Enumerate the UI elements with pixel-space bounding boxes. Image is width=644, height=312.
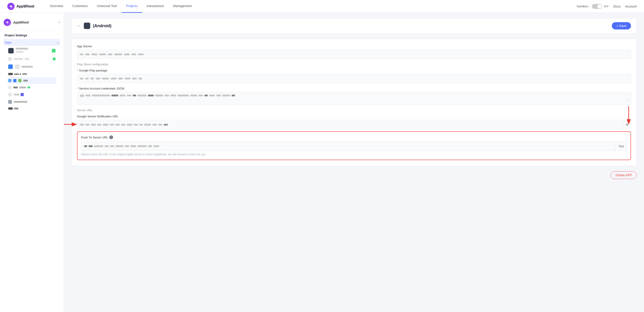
push-server-label: Push To Server URL ?: [81, 136, 627, 139]
topnav-right: Sandbox : OFF Docs Account: [577, 4, 637, 9]
app-icon: [8, 64, 13, 69]
info-icon[interactable]: ?: [110, 136, 113, 139]
nav-customers[interactable]: Customers: [68, 0, 92, 13]
logo-text: AppWheel: [16, 4, 34, 8]
push-server-hint: Please inform the URL of the original Ap…: [81, 153, 627, 156]
app-icon-2: [15, 64, 20, 69]
app-secret-label: App Secret: [77, 44, 631, 48]
service-account-input[interactable]: ⌟: [77, 92, 631, 105]
apps-chevron-icon: ▲: [57, 41, 59, 44]
sidebar-section-title: Project Settings: [4, 34, 60, 37]
delete-app-button[interactable]: Delete APP: [611, 171, 637, 179]
main-content: ← (Android) + Save App Secret: [64, 13, 644, 312]
notification-url-label: Google Server Notification URL: [77, 115, 631, 118]
play-store-section-divider: Play Store configuration: [77, 62, 631, 66]
nav-transactions[interactable]: transactions: [142, 0, 168, 13]
top-navigation: AppWheel Overview Customers Universal To…: [0, 0, 644, 13]
push-server-section: Push To Server URL ?: [77, 131, 631, 160]
org-icon: [4, 19, 11, 26]
push-server-url-value: [81, 142, 616, 151]
sandbox-toggle[interactable]: Sandbox : OFF: [577, 4, 609, 9]
notification-url-container: ⧉: [77, 120, 631, 130]
page-title: (Android): [93, 24, 112, 28]
delete-app-section: Delete APP: [71, 171, 637, 179]
test-button[interactable]: Test: [616, 142, 627, 151]
app-icon: [8, 93, 12, 96]
list-item[interactable]: [7, 84, 56, 91]
apps-label: Apps: [4, 41, 12, 44]
app-layout: AppWheel ▾ Project Settings Apps ▲: [0, 13, 644, 312]
app-icon-android: [18, 79, 22, 82]
sandbox-switch[interactable]: [592, 4, 602, 9]
back-button[interactable]: ←: [77, 24, 81, 28]
page-header: ← (Android) + Save: [71, 18, 637, 33]
sidebar-item-apps[interactable]: Apps ▲: [4, 39, 60, 46]
org-chevron-icon: ▾: [59, 21, 60, 24]
list-item[interactable]: [7, 46, 56, 55]
page-app-icon: [84, 22, 90, 29]
page-header-left: ← (Android): [77, 22, 112, 29]
logo-icon: [7, 3, 14, 10]
org-name: AppWheel: [13, 20, 56, 24]
nav-management[interactable]: Management: [168, 0, 196, 13]
app-logo[interactable]: AppWheel: [7, 3, 34, 10]
notification-url-input[interactable]: ⧉: [77, 120, 631, 130]
sidebar: AppWheel ▾ Project Settings Apps ▲: [0, 13, 64, 312]
notification-url-value: [77, 120, 623, 129]
save-button[interactable]: + Save: [612, 22, 631, 30]
app-icon-blue2: [13, 79, 16, 82]
list-item[interactable]: [7, 55, 56, 62]
app-list: ■■■-■: [4, 46, 60, 112]
app-icon: [8, 57, 12, 61]
app-badge: [52, 49, 56, 52]
google-play-package-input[interactable]: [77, 74, 631, 83]
google-play-package-label: * Google Play package: [77, 69, 631, 72]
nav-universal-tool[interactable]: Universal Tool: [92, 0, 122, 13]
toggle-state-label: OFF: [604, 5, 609, 8]
service-account-label: * Service Account credentials JSON: [77, 87, 631, 90]
copy-button[interactable]: ⧉: [623, 120, 631, 129]
expand-icon[interactable]: ⌟: [627, 96, 628, 100]
app-icon: [8, 86, 12, 89]
nav-projects[interactable]: Projects: [122, 0, 142, 13]
docs-link[interactable]: Docs: [614, 4, 621, 8]
server-url-divider: Server URL: [77, 108, 631, 112]
app-icon: [8, 48, 14, 54]
list-item[interactable]: [7, 98, 56, 106]
app-icon-blue: [8, 79, 12, 82]
nav-overview[interactable]: Overview: [45, 0, 68, 13]
sidebar-org-selector[interactable]: AppWheel ▾: [0, 16, 64, 30]
list-item[interactable]: [7, 106, 56, 112]
push-server-url-input[interactable]: Test: [81, 142, 627, 151]
form-section: App Secret Play Store configuration * Go…: [71, 39, 637, 166]
sidebar-project-settings: Project Settings Apps ▲: [0, 34, 64, 112]
app-secret-input[interactable]: [77, 50, 631, 59]
app-icon: [8, 100, 12, 104]
list-item[interactable]: [7, 91, 56, 98]
account-link[interactable]: Account: [625, 4, 637, 8]
list-item[interactable]: ■■■-■: [7, 71, 56, 77]
app-badge: [53, 58, 56, 60]
list-item[interactable]: [7, 62, 56, 71]
sandbox-label: Sandbox :: [577, 4, 590, 8]
nav-links: Overview Customers Universal Tool Projec…: [45, 0, 577, 13]
toggle-knob: [598, 4, 602, 8]
list-item-selected[interactable]: [7, 77, 56, 84]
